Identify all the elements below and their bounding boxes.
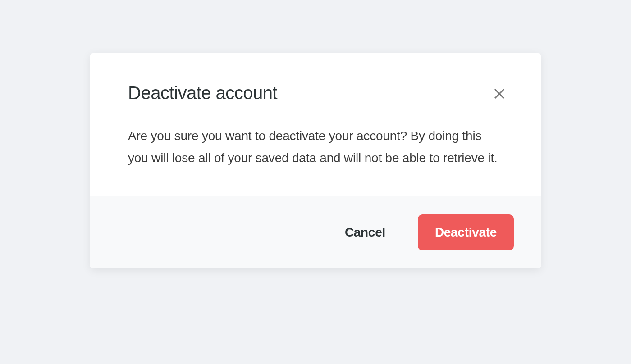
close-icon (493, 87, 506, 100)
dialog-title: Deactivate account (128, 83, 503, 103)
close-button[interactable] (491, 86, 508, 102)
cancel-button[interactable]: Cancel (334, 220, 396, 245)
deactivate-account-dialog: Deactivate account Are you sure you want… (90, 53, 541, 268)
dialog-footer: Cancel Deactivate (90, 196, 541, 268)
deactivate-button[interactable]: Deactivate (418, 214, 514, 250)
dialog-message: Are you sure you want to deactivate your… (128, 125, 503, 169)
dialog-body: Deactivate account Are you sure you want… (90, 53, 541, 196)
